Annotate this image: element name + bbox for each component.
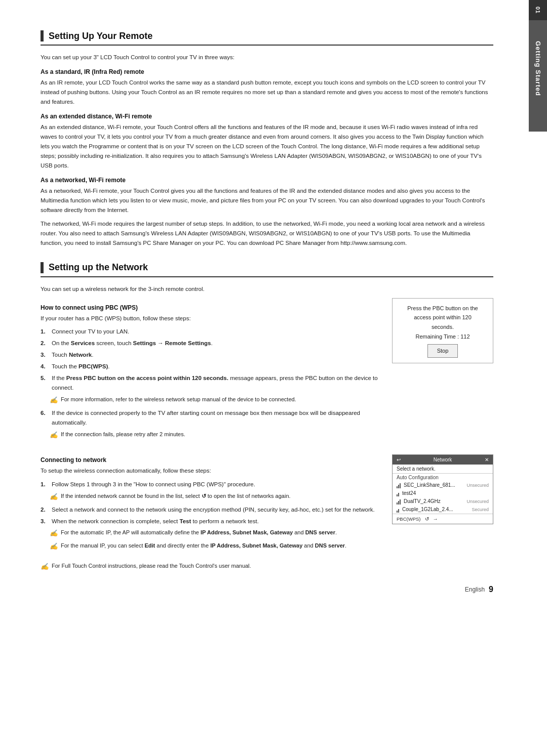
signal-icon-2 (397, 490, 399, 496)
pbc-title: How to connect using PBC (WPS) (41, 304, 382, 311)
pbc-line2: access point within 120 (400, 313, 486, 322)
footer-note-text: For Full Touch Control instructions, ple… (52, 562, 251, 571)
step-4: 4. Touch the PBC(WPS). (41, 362, 382, 371)
pbc-steps: 1. Connect your TV to your LAN. 2. On th… (41, 327, 382, 393)
note1-text: For more information, refer to the wirel… (61, 395, 296, 404)
cstep-1: 1. Follow Steps 1 through 3 in the "How … (41, 480, 382, 489)
pbc-line1: Press the PBC button on the (400, 304, 486, 313)
step-6: 6. If the device is connected properly t… (41, 408, 382, 428)
net-name-4: Couple_1G2Lab_2.4... (402, 507, 468, 512)
step-5: 5. If the Press PBC button on the access… (41, 373, 382, 393)
note-icon-footer: ✍ (41, 562, 49, 572)
network-header-title: Network (434, 457, 452, 463)
net-name-3: DualTV_2.4GHz (404, 498, 463, 504)
section1-header: Setting Up Your Remote (41, 30, 493, 46)
sub3-title: As a networked, Wi-Fi remote (41, 177, 493, 184)
footer-note: ✍ For Full Touch Control instructions, p… (41, 562, 493, 572)
refresh-icon[interactable]: ↺ (425, 516, 429, 522)
section1-bar (41, 30, 44, 41)
section1-intro: You can set up your 3" LCD Touch Control… (41, 53, 493, 62)
pbc-line4: Remaining Time : 112 (400, 332, 486, 342)
net-name-2: test24 (402, 490, 489, 496)
section1-title: Setting Up Your Remote (49, 31, 152, 41)
sub3-text1: As a networked, Wi-Fi remote, your Touch… (41, 186, 493, 215)
page-footer: English 9 (41, 575, 493, 599)
note-icon-s2-1: ✍ (50, 492, 58, 502)
net-secure-1: Unsecured (466, 483, 489, 488)
pbc-status-box: Press the PBC button on the access point… (392, 298, 493, 363)
sub1-text: As an IR remote, your LCD Touch Control … (41, 78, 493, 107)
section2-bar (41, 262, 44, 273)
net-secure-4: Secured (472, 507, 489, 512)
network-close-button[interactable]: ✕ (485, 457, 489, 463)
step-3: 3. Touch Network. (41, 350, 382, 360)
forward-icon[interactable]: → (433, 516, 438, 522)
signal-icon-4 (397, 507, 399, 513)
section2-title: Setting up the Network (49, 262, 148, 273)
cstep-2: 2. Select a network and connect to the n… (41, 505, 382, 515)
note3: ✍ For the automatic IP, the AP will auto… (50, 528, 382, 539)
network-selection-box: ↩ Network ✕ Select a network. Auto Confi… (392, 454, 493, 524)
section-setting-up-network: Setting up the Network You can set up a … (41, 262, 493, 572)
main-content: Setting Up Your Remote You can set up yo… (0, 0, 529, 756)
network-item-2[interactable]: test24 (393, 489, 493, 497)
network-select-subtitle: Select a network. (393, 465, 493, 474)
pbc-steps-cont: 6. If the device is connected properly t… (41, 408, 382, 428)
section-setting-up-remote: Setting Up Your Remote You can set up yo… (41, 30, 493, 248)
net-name-1: SEC_LinkShare_681... (404, 482, 463, 488)
side-tab-label: Getting Started (534, 41, 542, 96)
pbc-line3: seconds. (400, 322, 486, 332)
sub3-text2: The networked, Wi-Fi mode requires the l… (41, 219, 493, 248)
connect-steps-cont: 2. Select a network and connect to the n… (41, 505, 382, 526)
pbc-section: How to connect using PBC (WPS) If your r… (41, 298, 493, 443)
note-icon-4: ✍ (50, 541, 58, 552)
connect-intro: To setup the wireless connection automat… (41, 466, 382, 476)
pbc-footer-label: PBC(WPS) (397, 516, 421, 522)
note-s2-1: ✍ If the intended network cannot be foun… (50, 492, 382, 502)
connect-network-section: Connecting to network To setup the wirel… (41, 450, 493, 555)
signal-icon-1 (397, 482, 401, 488)
side-tab: 01 Getting Started (529, 0, 547, 132)
footer-language: English (465, 586, 485, 593)
side-tab-number: 01 (529, 0, 547, 20)
connect-right-col: ↩ Network ✕ Select a network. Auto Confi… (392, 450, 493, 524)
connect-left-col: Connecting to network To setup the wirel… (41, 450, 382, 555)
network-item-1[interactable]: SEC_LinkShare_681... Unsecured (393, 481, 493, 489)
note4: ✍ For the manual IP, you can select Edit… (50, 541, 382, 552)
note-icon-3: ✍ (50, 528, 58, 539)
net-secure-3: Unsecured (466, 499, 489, 504)
section2-header: Setting up the Network (41, 262, 493, 277)
auto-config-label: Auto Configuration (393, 474, 493, 481)
signal-icon-3 (397, 498, 401, 505)
network-item-3[interactable]: DualTV_2.4GHz Unsecured (393, 497, 493, 506)
connect-title: Connecting to network (41, 456, 382, 464)
sub2-text: As an extended distance, Wi-Fi remote, y… (41, 122, 493, 171)
section2-intro: You can set up a wireless network for th… (41, 284, 493, 294)
pbc-left-col: How to connect using PBC (WPS) If your r… (41, 298, 382, 443)
network-footer: PBC(WPS) ↺ → (393, 514, 493, 524)
stop-button[interactable]: Stop (427, 344, 458, 358)
step-1: 1. Connect your TV to your LAN. (41, 327, 382, 337)
pbc-intro: If your router has a PBC (WPS) button, f… (41, 314, 382, 323)
note2: ✍ If the connection fails, please retry … (50, 430, 382, 441)
connect-steps: 1. Follow Steps 1 through 3 in the "How … (41, 480, 382, 489)
page-number: 9 (489, 585, 493, 594)
network-box-header: ↩ Network ✕ (393, 455, 493, 465)
step-2: 2. On the Services screen, touch Setting… (41, 339, 382, 348)
sub2-title: As an extended distance, Wi-Fi remote (41, 113, 493, 120)
page: 01 Getting Started Setting Up Your Remot… (0, 0, 547, 756)
note2-text: If the connection fails, please retry af… (61, 430, 185, 439)
sub1-title: As a standard, IR (Infra Red) remote (41, 68, 493, 75)
note1: ✍ For more information, refer to the wir… (50, 395, 382, 406)
note-icon-1: ✍ (50, 395, 58, 406)
step6-text: If the device is connected properly to t… (52, 408, 382, 428)
network-arrow-back: ↩ (397, 457, 401, 463)
note-icon-2: ✍ (50, 430, 58, 441)
cstep-3: 3. When the network connection is comple… (41, 517, 382, 526)
network-item-4[interactable]: Couple_1G2Lab_2.4... Secured (393, 506, 493, 514)
pbc-right-col: Press the PBC button on the access point… (392, 298, 493, 363)
